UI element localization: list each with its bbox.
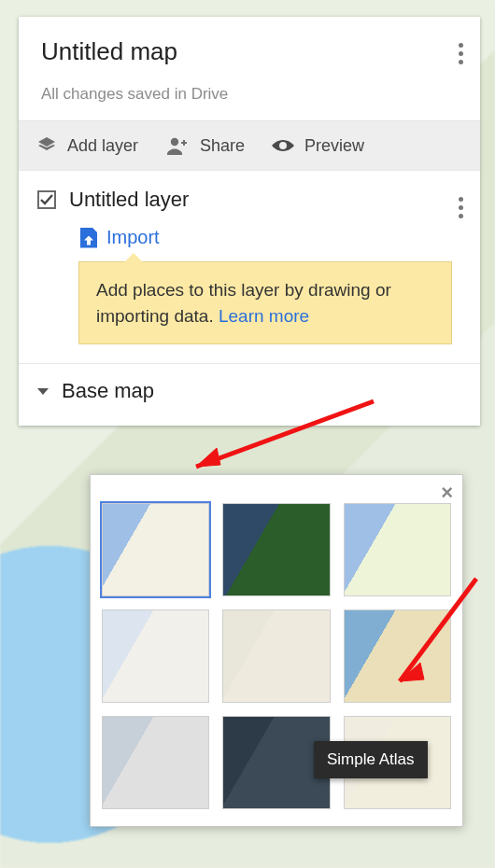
map-options-menu[interactable] [453,37,469,70]
preview-label: Preview [304,136,364,156]
preview-button[interactable]: Preview [271,134,364,157]
panel-toolbar: Add layer Share Preview [19,120,480,170]
style-thumb-satellite[interactable] [222,503,330,596]
style-thumb-mono-city[interactable] [222,609,330,703]
layer-visibility-checkbox[interactable] [37,190,56,209]
style-thumb-map[interactable] [102,503,209,596]
layer-header: Untitled layer [37,188,461,212]
save-status: All changes saved in Drive [41,85,458,104]
basemap-label: Base map [62,379,154,403]
upload-file-icon [80,228,97,248]
style-thumb-light-political[interactable] [102,609,209,703]
add-layer-label: Add layer [67,136,138,156]
share-label: Share [200,136,245,156]
close-button[interactable]: × [441,481,453,505]
layer-name[interactable]: Untitled layer [69,188,189,212]
svg-marker-2 [196,448,220,467]
caret-down-icon [37,388,49,395]
import-label: Import [106,227,160,248]
import-button[interactable]: Import [80,227,461,248]
layer-tip: Add places to this layer by drawing or i… [78,261,452,344]
layer-options-menu[interactable] [453,191,469,224]
layer-section: Untitled layer Import Add places to this… [19,170,480,363]
map-editor-panel: Untitled map All changes saved in Drive … [19,17,480,426]
svg-point-0 [171,138,178,146]
svg-line-3 [400,579,476,681]
style-thumb-light-landmass[interactable] [102,716,209,809]
annotation-arrow-1 [177,392,383,485]
style-thumb-dark-landmass[interactable] [222,716,330,809]
layers-icon [35,134,58,157]
add-layer-button[interactable]: Add layer [35,134,138,157]
share-button[interactable]: Share [164,134,245,157]
map-title[interactable]: Untitled map [41,37,458,66]
eye-icon [271,134,295,157]
annotation-arrow-2 [383,569,486,700]
svg-line-1 [196,401,374,467]
learn-more-link[interactable]: Learn more [219,306,309,326]
style-thumb-whitewater[interactable] [344,716,451,809]
person-add-icon [164,134,191,157]
panel-header: Untitled map All changes saved in Drive [19,17,480,120]
